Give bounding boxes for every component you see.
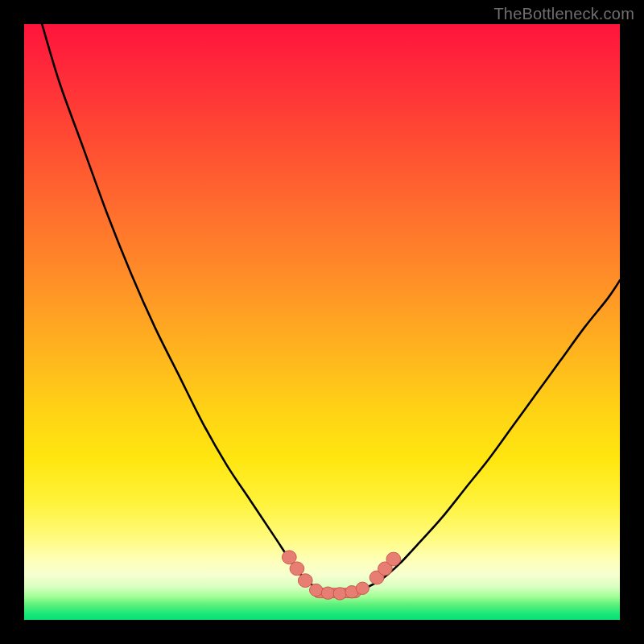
curve-svg (24, 24, 620, 620)
bottleneck-curve (42, 24, 620, 593)
curve-marker (321, 587, 334, 599)
watermark-text: TheBottleneck.com (493, 5, 634, 23)
curve-marker (290, 562, 304, 576)
curve-marker (386, 552, 401, 566)
curve-marker (309, 584, 322, 596)
plot-area (24, 24, 620, 620)
curve-marker (356, 582, 369, 594)
curve-marker (298, 574, 312, 588)
chart-stage: TheBottleneck.com (0, 0, 644, 644)
curve-marker (333, 588, 346, 600)
curve-markers (282, 551, 400, 600)
